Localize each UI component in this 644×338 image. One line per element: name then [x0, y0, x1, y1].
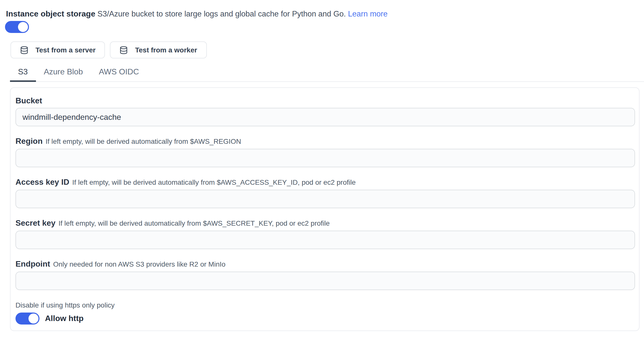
bucket-field: Bucket — [16, 96, 635, 126]
allow-http-block: Disable if using https only policy Allow… — [16, 300, 635, 325]
tab-aws-oidc[interactable]: AWS OIDC — [91, 66, 147, 82]
bucket-label: Bucket — [16, 96, 42, 105]
test-from-worker-label: Test from a worker — [135, 46, 197, 54]
secret-key-label: Secret key — [16, 218, 56, 228]
learn-more-link[interactable]: Learn more — [348, 9, 388, 18]
database-icon — [120, 46, 128, 54]
allow-http-label: Allow http — [45, 314, 84, 323]
secret-key-field: Secret key If left empty, will be derive… — [16, 218, 635, 249]
bucket-input[interactable] — [16, 108, 635, 126]
endpoint-helper: Only needed for non AWS S3 providers lik… — [53, 260, 226, 269]
access-key-id-label: Access key ID — [16, 177, 69, 187]
test-from-worker-button[interactable]: Test from a worker — [110, 41, 206, 58]
region-field: Region If left empty, will be derived au… — [16, 136, 635, 167]
toggle-knob — [28, 314, 38, 324]
region-input[interactable] — [16, 149, 635, 167]
region-label: Region — [16, 136, 42, 146]
storage-provider-tabs: S3 Azure Blob AWS OIDC — [10, 66, 644, 82]
access-key-id-field: Access key ID If left empty, will be der… — [16, 177, 635, 208]
instance-object-storage-toggle[interactable] — [5, 21, 29, 33]
access-key-id-helper: If left empty, will be derived automatic… — [72, 178, 356, 187]
endpoint-input[interactable] — [16, 272, 635, 290]
database-icon — [20, 46, 28, 54]
test-button-row: Test from a server Test from a worker — [10, 41, 644, 58]
page-description: S3/Azure bucket to store large logs and … — [98, 9, 346, 18]
toggle-knob — [18, 22, 28, 32]
page-title: Instance object storage — [6, 9, 95, 18]
secret-key-helper: If left empty, will be derived automatic… — [58, 219, 330, 228]
tab-s3[interactable]: S3 — [10, 66, 36, 82]
endpoint-label: Endpoint — [16, 259, 50, 269]
tab-azure-blob[interactable]: Azure Blob — [36, 66, 91, 82]
access-key-id-input[interactable] — [16, 190, 635, 208]
region-helper: If left empty, will be derived automatic… — [46, 137, 241, 146]
secret-key-input[interactable] — [16, 231, 635, 249]
endpoint-field: Endpoint Only needed for non AWS S3 prov… — [16, 259, 635, 290]
allow-http-toggle[interactable] — [16, 313, 40, 325]
test-from-server-button[interactable]: Test from a server — [10, 41, 105, 58]
settings-page: Instance object storage S3/Azure bucket … — [0, 0, 644, 338]
allow-http-note: Disable if using https only policy — [16, 300, 635, 310]
test-from-server-label: Test from a server — [36, 46, 96, 54]
s3-settings-panel: Bucket Region If left empty, will be der… — [10, 87, 640, 331]
instance-object-storage-header: Instance object storage S3/Azure bucket … — [0, 0, 644, 19]
